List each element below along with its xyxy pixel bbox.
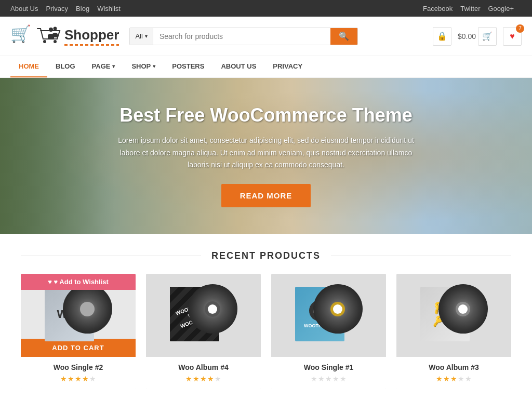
nav-about-us[interactable]: ABOUT US	[212, 56, 264, 77]
product-image-1: ♥ ♥ Add to Wishlist Woo ADD TO CART	[21, 274, 136, 357]
topbar-privacy[interactable]: Privacy	[46, 5, 68, 12]
search-bar: All ▾ 🔍	[129, 28, 358, 45]
nav-posters[interactable]: POSTERS	[164, 56, 212, 77]
search-icon: 🔍	[339, 32, 349, 41]
nav-page[interactable]: PAGE ▾	[84, 56, 124, 77]
product-info-2: Woo Album #4 ★★★★★	[146, 357, 261, 389]
product-image-2: WOOTHEMES WOO WOOTHEMES	[146, 274, 261, 357]
top-bar: About Us Privacy Blog Wishlist Facebook …	[0, 0, 532, 17]
heart-icon: ♥	[510, 32, 515, 41]
search-category-dropdown[interactable]: All ▾	[130, 28, 153, 45]
page-dropdown-icon: ▾	[112, 63, 115, 69]
cart-icon: 🛒	[10, 23, 32, 49]
topbar-googleplus[interactable]: Google+	[488, 5, 514, 12]
product-card-1: ♥ ♥ Add to Wishlist Woo ADD TO CART Woo …	[21, 274, 136, 389]
topbar-blog[interactable]: Blog	[76, 5, 89, 12]
search-input[interactable]	[153, 28, 331, 45]
svg-point-4	[54, 27, 57, 31]
wishlist-overlay-1[interactable]: ♥ ♥ Add to Wishlist	[21, 274, 136, 290]
product-info-4: Woo Album #3 ★★★★★	[396, 357, 511, 389]
product-card-2: WOOTHEMES WOO WOOTHEMES Woo Album #4 ★★★…	[146, 274, 261, 389]
topbar-twitter[interactable]: Twitter	[460, 5, 480, 12]
wishlist-button[interactable]: ♥ 7	[503, 27, 522, 46]
hero-text: Lorem ipsum dolor sit amet, consectetur …	[115, 135, 417, 171]
product-name-3: Woo Single #1	[277, 363, 380, 371]
product-stars-1: ★★★★★	[27, 375, 129, 383]
product-stars-3: ★★★★★	[277, 375, 380, 383]
search-category-label: All	[135, 32, 142, 40]
section-title-text: RECENT PRODUCTS	[211, 250, 321, 261]
top-bar-right: Facebook Twitter Google+	[423, 5, 522, 12]
vinyl-product-2: WOOTHEMES WOO WOOTHEMES	[170, 282, 237, 349]
vinyl-product-4: 🔑 🔑 🔑 🔑	[420, 282, 488, 349]
product-info-3: Woo Single #1 ★★★★★	[271, 357, 386, 389]
topbar-about[interactable]: About Us	[10, 5, 38, 12]
products-grid: ♥ ♥ Add to Wishlist Woo ADD TO CART Woo …	[10, 274, 522, 399]
product-name-1: Woo Single #2	[27, 363, 129, 371]
logo-content: Shopper	[36, 24, 119, 48]
product-name-4: Woo Album #3	[403, 363, 505, 371]
vinyl-disc-4	[438, 284, 488, 334]
svg-text:🛒: 🛒	[10, 24, 31, 44]
product-info-1: Woo Single #2 ★★★★★	[21, 357, 136, 389]
logo-text: Shopper	[64, 27, 119, 43]
search-button[interactable]: 🔍	[330, 28, 357, 45]
vinyl-disc-2	[188, 284, 237, 334]
product-stars-4: ★★★★★	[403, 375, 505, 383]
cart-icon: 🛒	[482, 31, 493, 41]
wishlist-label-1: ♥ Add to Wishlist	[54, 278, 109, 286]
logo-svg	[36, 24, 62, 48]
top-bar-left: About Us Privacy Blog Wishlist	[10, 5, 128, 12]
product-name-2: Woo Album #4	[152, 363, 255, 371]
hero-content: Best Free WooCommerce Theme Lorem ipsum …	[100, 104, 432, 207]
topbar-wishlist[interactable]: Wishlist	[97, 5, 121, 12]
wishlist-count-badge: 7	[516, 24, 524, 33]
svg-point-2	[54, 40, 57, 43]
add-to-cart-1[interactable]: ADD TO CART	[21, 339, 136, 357]
dropdown-arrow-icon: ▾	[145, 33, 148, 39]
nav-shop[interactable]: SHOP ▾	[123, 56, 164, 77]
hero-read-more-button[interactable]: READ MORE	[221, 184, 311, 207]
cart-price: $0.00	[458, 32, 476, 41]
header-icons: 🔒 $0.00 🛒 ♥ 7	[433, 27, 522, 46]
hero-title: Best Free WooCommerce Theme	[115, 104, 417, 126]
svg-point-3	[49, 28, 53, 32]
vinyl-disc-3	[313, 284, 363, 334]
recent-products-section: RECENT PRODUCTS ♥ ♥ Add to Wishlist Woo	[0, 250, 532, 399]
hero-section: Best Free WooCommerce Theme Lorem ipsum …	[0, 78, 532, 234]
vinyl-product-3: WOOTHEMES	[295, 282, 363, 349]
product-card-3: WOOTHEMES Woo Single #1 ★★★★★	[271, 274, 386, 389]
lock-icon: 🔒	[437, 31, 447, 41]
nav-privacy[interactable]: PRIVACY	[264, 56, 311, 77]
shop-dropdown-icon: ▾	[153, 63, 155, 69]
heart-icon: ♥	[48, 278, 52, 286]
cart-total-display[interactable]: $0.00 🛒	[458, 27, 497, 46]
header: 🛒 Shopper	[0, 17, 532, 56]
topbar-facebook[interactable]: Facebook	[423, 5, 453, 12]
product-image-4: 🔑 🔑 🔑 🔑	[396, 274, 511, 357]
svg-point-1	[43, 40, 46, 43]
main-navigation: HOME BLOG PAGE ▾ SHOP ▾ POSTERS ABOUT US…	[0, 56, 532, 78]
product-image-3: WOOTHEMES	[271, 274, 386, 357]
nav-blog[interactable]: BLOG	[47, 56, 84, 77]
section-title: RECENT PRODUCTS	[10, 250, 522, 261]
product-stars-2: ★★★★★	[152, 375, 255, 383]
logo[interactable]: 🛒 Shopper	[10, 23, 119, 49]
vinyl-disc-1	[63, 284, 112, 334]
cart-button[interactable]: 🛒	[478, 27, 497, 46]
nav-home[interactable]: HOME	[10, 56, 47, 77]
account-button[interactable]: 🔒	[433, 27, 451, 46]
product-card-4: 🔑 🔑 🔑 🔑 Woo Album #3 ★★★★★	[396, 274, 511, 389]
